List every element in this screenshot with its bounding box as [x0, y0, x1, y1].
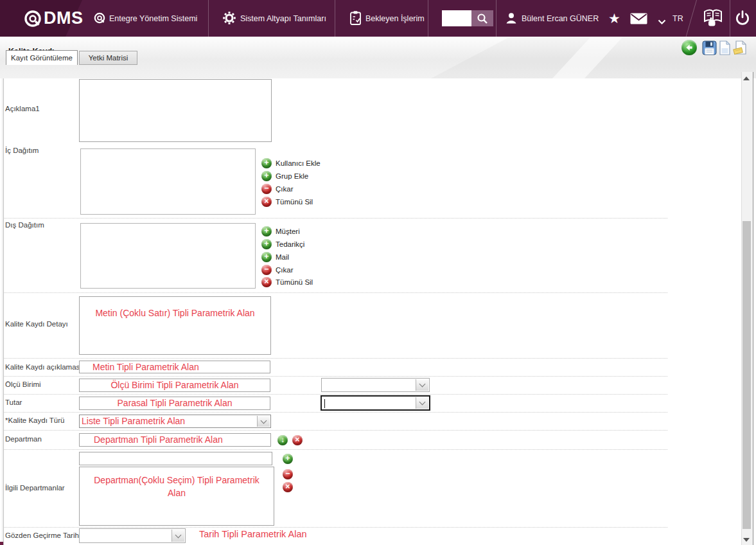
dis-tumunu-sil-button[interactable]: × Tümünü Sil — [261, 277, 313, 287]
row-separator — [3, 412, 667, 413]
scrollbar-up-button[interactable] — [743, 76, 750, 80]
row-separator — [3, 394, 667, 395]
navbar-divider — [730, 0, 730, 37]
row-separator — [3, 449, 667, 450]
kalite-kaydi-aciklamasi-input[interactable]: Metin Tipli Parametrik Alan — [79, 361, 270, 373]
ilgili-add-button[interactable]: + — [283, 454, 293, 464]
remove-circle-icon: − — [261, 184, 272, 194]
search-button[interactable] — [471, 10, 493, 26]
user-name: Bülent Ercan GÜNER — [522, 14, 599, 23]
field-label-kalite-kaydi-aciklamasi: Kalite Kaydı açıklaması — [5, 363, 82, 371]
departman-clear-button[interactable]: × — [292, 435, 303, 445]
aciklama1-textarea[interactable] — [79, 79, 272, 142]
bekleyen-menu-clipboard — [349, 10, 362, 28]
magnifier-icon — [477, 13, 488, 24]
menu-item-bekleyen-islerim[interactable]: Bekleyen İşlerim — [365, 14, 425, 23]
new-document-button[interactable] — [718, 40, 732, 55]
power-icon — [734, 10, 751, 26]
language-label[interactable]: TR — [672, 14, 683, 23]
kalite-kaydi-turu-select[interactable]: Liste Tipli Parametrik Alan — [79, 415, 271, 428]
gozden-gecirme-tarihi-select[interactable] — [79, 528, 186, 543]
ic-cikar-button[interactable]: − Çıkar — [261, 184, 293, 194]
scrollbar-edge — [753, 72, 753, 545]
tab-yetki-matrisi[interactable]: Yetki Matrisi — [79, 51, 137, 65]
field-label-kalite-kaydi-detayi: Kalite Kaydı Detayı — [5, 320, 68, 328]
olcu-birimi-input[interactable]: Ölçü Birimi Tipli Parametrik Alan — [79, 379, 270, 392]
user-menu[interactable] — [505, 12, 518, 27]
ic-tumunu-sil-button[interactable]: × Tümünü Sil — [261, 197, 313, 207]
musteri-button[interactable]: + Müşteri — [261, 226, 300, 237]
qdms-logo[interactable]: DMS — [23, 8, 84, 28]
navbar-divider — [208, 0, 209, 37]
delete-all-circle-icon: × — [261, 277, 272, 287]
dis-cikar-button[interactable]: − Çıkar — [261, 265, 293, 275]
kalite-kaydi-detayi-textarea[interactable]: Metin (Çoklu Satır) Tipli Parametrik Ala… — [79, 296, 271, 355]
person-icon — [505, 12, 518, 24]
menu-item-sistem-altyapi-tanimlari[interactable]: Sistem Altyapı Tanımları — [240, 14, 326, 23]
tedarikci-button[interactable]: + Tedarikçi — [261, 239, 304, 249]
back-button[interactable] — [681, 40, 697, 55]
entegre-menu-q-icon — [93, 12, 106, 27]
q-circle-icon — [93, 12, 106, 24]
edit-document-button[interactable] — [733, 40, 748, 55]
kullanici-ekle-button[interactable]: + Kullanıcı Ekle — [261, 158, 321, 168]
tutar-currency-select[interactable] — [321, 395, 430, 411]
grup-ekle-button[interactable]: + Grup Ekle — [261, 171, 308, 181]
tutar-input[interactable]: Parasal Tipli Parametrik Alan — [79, 397, 270, 410]
chevron-down-icon — [658, 19, 666, 25]
navbar-divider — [335, 0, 335, 37]
logout-button[interactable] — [734, 10, 751, 29]
top-navbar: DMS Entegre Yönetim Sistemi — [0, 0, 756, 37]
departman-input[interactable]: Departman Tipli Parametrik Alan — [79, 433, 271, 447]
add-circle-icon: + — [261, 252, 272, 262]
scrollbar-thumb[interactable] — [743, 221, 751, 529]
tarih-parametrik-note: Tarih Tipli Parametrik Alan — [199, 529, 307, 539]
scrollbar-down-button[interactable] — [743, 538, 750, 542]
dropdown-button[interactable] — [416, 397, 428, 409]
dropdown-button[interactable] — [257, 416, 270, 427]
ilgili-delete-all-button[interactable]: × — [283, 482, 293, 492]
field-label-tutar: Tutar — [5, 398, 22, 406]
row-separator — [3, 292, 667, 293]
dropdown-button[interactable] — [171, 530, 184, 542]
navbar-divider — [428, 0, 428, 37]
language-dropdown[interactable] — [658, 16, 666, 28]
ilgili-remove-button[interactable]: − — [283, 469, 293, 479]
save-button[interactable] — [702, 40, 717, 55]
navbar-divider — [496, 0, 497, 37]
chevron-down-icon — [419, 381, 426, 388]
add-circle-icon: + — [261, 158, 272, 168]
field-label-ilgili-departmanlar: İlgili Departmanlar — [5, 484, 65, 492]
page-note-icon — [733, 40, 748, 55]
add-circle-icon: + — [261, 226, 272, 237]
menu-item-entegre-yonetim-sistemi[interactable]: Entegre Yönetim Sistemi — [109, 14, 197, 23]
favorites-star-icon[interactable]: ★ — [608, 12, 620, 25]
mail-button[interactable] — [630, 13, 647, 27]
green-back-arrow-icon — [681, 40, 697, 55]
chevron-down-icon — [419, 399, 426, 406]
help-button[interactable] — [703, 8, 725, 31]
field-label-gozden-gecirme-tarihi: Gözden Geçirme Tarihi — [5, 532, 80, 539]
search-input[interactable] — [442, 10, 475, 26]
tab-kayit-goruntuleme[interactable]: Kayıt Görüntüleme — [6, 50, 78, 65]
ilgili-departmanlar-listbox[interactable]: Departman(Çoklu Seçim) Tipli Parametrik … — [79, 467, 274, 526]
clipboard-check-icon — [349, 10, 362, 26]
departman-select-down-button[interactable]: ↓ — [277, 435, 288, 445]
mouse-hand-cursor — [708, 17, 716, 26]
dis-dagitim-listbox[interactable] — [80, 223, 256, 289]
row-separator — [3, 376, 667, 377]
tab-label: Yetki Matrisi — [89, 54, 128, 62]
add-circle-icon: + — [261, 239, 272, 249]
page-corner-artifact — [0, 542, 3, 545]
ic-dagitim-listbox[interactable] — [80, 148, 256, 215]
olcu-birimi-unit-select[interactable] — [321, 378, 430, 392]
floppy-disk-icon — [702, 40, 717, 55]
ilgili-departmanlar-input[interactable] — [79, 452, 272, 465]
field-label-kalite-kaydi-turu: *Kalite Kaydı Türü — [5, 416, 64, 424]
field-label-ic-dagitim: İç Dağıtım — [5, 147, 39, 154]
blank-page-icon — [718, 40, 732, 55]
dropdown-button[interactable] — [416, 379, 428, 391]
mail-ekle-button[interactable]: + Mail — [261, 252, 289, 262]
book-hand-icon — [703, 8, 725, 29]
field-label-dis-dagitim: Dış Dağıtım — [5, 221, 44, 229]
